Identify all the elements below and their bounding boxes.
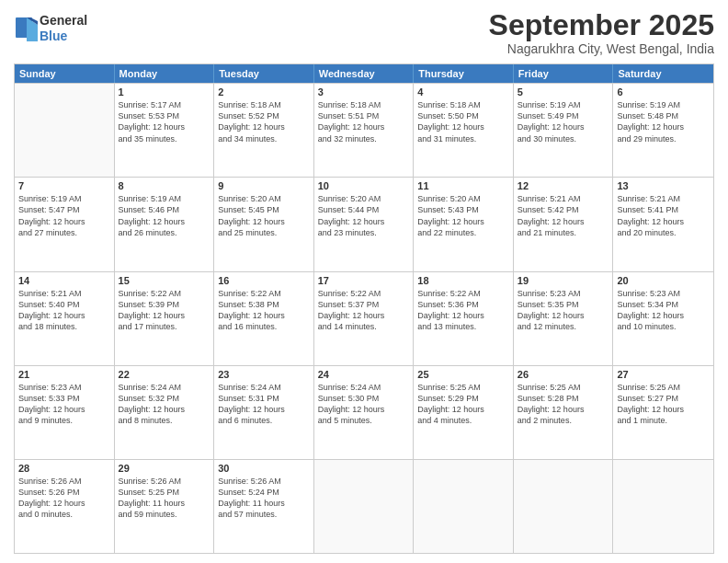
cal-cell: 10Sunrise: 5:20 AM Sunset: 5:44 PM Dayli… <box>314 178 415 270</box>
header-friday: Friday <box>514 64 614 83</box>
logo-text: General Blue <box>40 13 87 44</box>
cal-cell: 1Sunrise: 5:17 AM Sunset: 5:53 PM Daylig… <box>115 84 215 177</box>
day-number: 24 <box>318 369 410 380</box>
cal-cell: 23Sunrise: 5:24 AM Sunset: 5:31 PM Dayli… <box>214 366 314 459</box>
day-info: Sunrise: 5:19 AM Sunset: 5:48 PM Dayligh… <box>617 99 710 144</box>
cal-cell: 25Sunrise: 5:25 AM Sunset: 5:29 PM Dayli… <box>414 366 514 459</box>
day-info: Sunrise: 5:20 AM Sunset: 5:44 PM Dayligh… <box>318 193 410 238</box>
header-saturday: Saturday <box>613 64 713 83</box>
day-number: 6 <box>617 86 710 98</box>
cal-cell: 6Sunrise: 5:19 AM Sunset: 5:48 PM Daylig… <box>613 84 713 177</box>
cal-cell: 17Sunrise: 5:22 AM Sunset: 5:37 PM Dayli… <box>314 272 415 365</box>
cal-row-2: 7Sunrise: 5:19 AM Sunset: 5:47 PM Daylig… <box>15 177 713 270</box>
day-number: 14 <box>18 275 110 286</box>
day-number: 17 <box>318 275 410 286</box>
day-number: 28 <box>18 463 110 474</box>
day-number: 7 <box>18 180 110 191</box>
day-info: Sunrise: 5:26 AM Sunset: 5:25 PM Dayligh… <box>119 476 210 521</box>
day-info: Sunrise: 5:19 AM Sunset: 5:46 PM Dayligh… <box>119 193 210 238</box>
day-number: 10 <box>318 180 410 191</box>
cal-cell: 22Sunrise: 5:24 AM Sunset: 5:32 PM Dayli… <box>115 366 215 459</box>
day-info: Sunrise: 5:22 AM Sunset: 5:39 PM Dayligh… <box>119 288 210 333</box>
day-number: 11 <box>417 180 509 191</box>
cal-cell <box>613 460 713 553</box>
day-number: 2 <box>218 86 310 98</box>
logo-line2: Blue <box>40 29 87 44</box>
cal-row-5: 28Sunrise: 5:26 AM Sunset: 5:26 PM Dayli… <box>15 459 713 553</box>
cal-cell: 27Sunrise: 5:25 AM Sunset: 5:27 PM Dayli… <box>613 366 713 459</box>
cal-cell: 4Sunrise: 5:18 AM Sunset: 5:50 PM Daylig… <box>414 84 514 177</box>
calendar-header: Sunday Monday Tuesday Wednesday Thursday… <box>15 64 713 83</box>
location: Nagarukhra City, West Bengal, India <box>489 41 714 56</box>
header-tuesday: Tuesday <box>214 64 314 83</box>
cal-cell: 12Sunrise: 5:21 AM Sunset: 5:42 PM Dayli… <box>514 178 614 270</box>
day-number: 16 <box>218 275 310 286</box>
logo-icon <box>14 16 36 41</box>
day-info: Sunrise: 5:24 AM Sunset: 5:30 PM Dayligh… <box>318 382 410 427</box>
day-info: Sunrise: 5:22 AM Sunset: 5:37 PM Dayligh… <box>318 288 410 333</box>
day-number: 21 <box>18 369 110 380</box>
day-number: 9 <box>218 180 310 191</box>
day-info: Sunrise: 5:24 AM Sunset: 5:32 PM Dayligh… <box>119 382 210 427</box>
cal-cell: 9Sunrise: 5:20 AM Sunset: 5:45 PM Daylig… <box>214 178 314 270</box>
day-number: 30 <box>218 463 310 474</box>
day-number: 4 <box>417 86 509 98</box>
header-sunday: Sunday <box>15 64 115 83</box>
cal-cell: 14Sunrise: 5:21 AM Sunset: 5:40 PM Dayli… <box>15 272 115 365</box>
calendar: Sunday Monday Tuesday Wednesday Thursday… <box>14 63 714 554</box>
month-title: September 2025 <box>489 9 714 41</box>
calendar-body: 1Sunrise: 5:17 AM Sunset: 5:53 PM Daylig… <box>15 83 713 553</box>
header-monday: Monday <box>115 64 215 83</box>
cal-cell: 13Sunrise: 5:21 AM Sunset: 5:41 PM Dayli… <box>613 178 713 270</box>
header-wednesday: Wednesday <box>314 64 415 83</box>
cal-cell: 26Sunrise: 5:25 AM Sunset: 5:28 PM Dayli… <box>514 366 614 459</box>
cal-cell: 16Sunrise: 5:22 AM Sunset: 5:38 PM Dayli… <box>214 272 314 365</box>
day-info: Sunrise: 5:18 AM Sunset: 5:51 PM Dayligh… <box>318 99 410 144</box>
cal-cell: 28Sunrise: 5:26 AM Sunset: 5:26 PM Dayli… <box>15 460 115 553</box>
day-info: Sunrise: 5:19 AM Sunset: 5:47 PM Dayligh… <box>18 193 110 238</box>
logo: General Blue <box>14 13 87 44</box>
cal-row-4: 21Sunrise: 5:23 AM Sunset: 5:33 PM Dayli… <box>15 365 713 459</box>
day-info: Sunrise: 5:25 AM Sunset: 5:28 PM Dayligh… <box>518 382 609 427</box>
day-info: Sunrise: 5:20 AM Sunset: 5:45 PM Dayligh… <box>218 193 310 238</box>
cal-cell: 18Sunrise: 5:22 AM Sunset: 5:36 PM Dayli… <box>414 272 514 365</box>
day-info: Sunrise: 5:23 AM Sunset: 5:35 PM Dayligh… <box>518 288 609 333</box>
day-number: 19 <box>518 275 609 286</box>
day-info: Sunrise: 5:23 AM Sunset: 5:34 PM Dayligh… <box>617 288 710 333</box>
day-info: Sunrise: 5:19 AM Sunset: 5:49 PM Dayligh… <box>518 99 609 144</box>
day-info: Sunrise: 5:23 AM Sunset: 5:33 PM Dayligh… <box>18 382 110 427</box>
day-number: 5 <box>518 86 609 98</box>
cal-cell: 19Sunrise: 5:23 AM Sunset: 5:35 PM Dayli… <box>514 272 614 365</box>
day-number: 8 <box>119 180 210 191</box>
header: General Blue September 2025 Nagarukhra C… <box>14 9 714 56</box>
day-number: 25 <box>417 369 509 380</box>
day-info: Sunrise: 5:25 AM Sunset: 5:29 PM Dayligh… <box>417 382 509 427</box>
day-number: 20 <box>617 275 710 286</box>
cal-cell <box>514 460 614 553</box>
cal-cell: 15Sunrise: 5:22 AM Sunset: 5:39 PM Dayli… <box>115 272 215 365</box>
day-number: 27 <box>617 369 710 380</box>
day-info: Sunrise: 5:25 AM Sunset: 5:27 PM Dayligh… <box>617 382 710 427</box>
cal-cell <box>314 460 415 553</box>
day-info: Sunrise: 5:26 AM Sunset: 5:24 PM Dayligh… <box>218 476 310 521</box>
title-block: September 2025 Nagarukhra City, West Ben… <box>489 9 714 56</box>
day-info: Sunrise: 5:21 AM Sunset: 5:40 PM Dayligh… <box>18 288 110 333</box>
day-number: 29 <box>119 463 210 474</box>
logo-line1: General <box>40 13 87 29</box>
cal-cell: 20Sunrise: 5:23 AM Sunset: 5:34 PM Dayli… <box>613 272 713 365</box>
page: General Blue September 2025 Nagarukhra C… <box>0 0 728 563</box>
cal-cell: 24Sunrise: 5:24 AM Sunset: 5:30 PM Dayli… <box>314 366 415 459</box>
cal-cell: 29Sunrise: 5:26 AM Sunset: 5:25 PM Dayli… <box>115 460 215 553</box>
cal-cell: 21Sunrise: 5:23 AM Sunset: 5:33 PM Dayli… <box>15 366 115 459</box>
day-number: 22 <box>119 369 210 380</box>
day-number: 3 <box>318 86 410 98</box>
cal-cell: 3Sunrise: 5:18 AM Sunset: 5:51 PM Daylig… <box>314 84 415 177</box>
cal-cell <box>414 460 514 553</box>
day-info: Sunrise: 5:18 AM Sunset: 5:52 PM Dayligh… <box>218 99 310 144</box>
day-info: Sunrise: 5:21 AM Sunset: 5:41 PM Dayligh… <box>617 193 710 238</box>
cal-cell <box>15 84 115 177</box>
cal-cell: 11Sunrise: 5:20 AM Sunset: 5:43 PM Dayli… <box>414 178 514 270</box>
cal-cell: 2Sunrise: 5:18 AM Sunset: 5:52 PM Daylig… <box>214 84 314 177</box>
cal-row-1: 1Sunrise: 5:17 AM Sunset: 5:53 PM Daylig… <box>15 83 713 177</box>
cal-cell: 30Sunrise: 5:26 AM Sunset: 5:24 PM Dayli… <box>214 460 314 553</box>
